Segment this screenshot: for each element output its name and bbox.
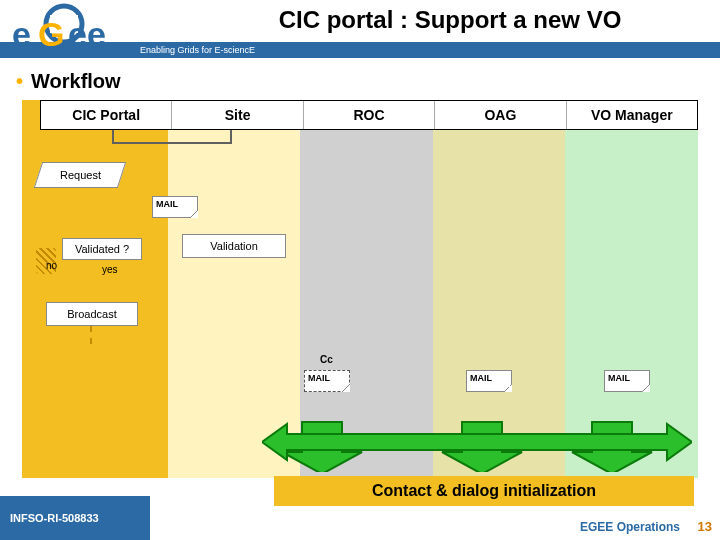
mail-note-oag: MAIL xyxy=(466,370,512,392)
footer-ref: INFSO-RI-508833 xyxy=(0,496,150,540)
connector xyxy=(112,142,232,144)
workflow-heading-text: Workflow xyxy=(31,70,121,92)
cc-label: Cc xyxy=(320,354,333,365)
lane-header-vomgr: VO Manager xyxy=(566,101,697,129)
broadcast-node: Broadcast xyxy=(46,302,138,326)
decision-yes-label: yes xyxy=(102,264,118,275)
bullet-icon: • xyxy=(16,70,23,92)
connector xyxy=(112,130,114,142)
decision-no-label: no xyxy=(46,260,57,271)
contact-arrows-icon xyxy=(262,392,692,472)
footer-ops: EGEE Operations xyxy=(580,520,680,534)
footer-page-number: 13 xyxy=(698,519,712,534)
page-title: CIC portal : Support a new VO xyxy=(180,6,720,40)
mail-note-roc: MAIL xyxy=(304,370,350,392)
mail-note-1: MAIL xyxy=(152,196,198,218)
lane-header-cic: CIC Portal xyxy=(41,101,171,129)
svg-text:e: e xyxy=(12,15,31,53)
lane-header-site: Site xyxy=(171,101,302,129)
workflow-heading: •Workflow xyxy=(16,70,121,93)
lane-header-bar: CIC Portal Site ROC OAG VO Manager xyxy=(40,100,698,130)
lane-header-oag: OAG xyxy=(434,101,565,129)
swimlane-diagram: CIC Portal Site ROC OAG VO Manager Reque… xyxy=(22,100,698,478)
request-node: Request xyxy=(34,162,126,188)
connector xyxy=(230,130,232,144)
svg-text:G: G xyxy=(38,15,64,53)
request-label: Request xyxy=(60,169,101,181)
footer: INFSO-RI-508833 EGEE Operations 13 xyxy=(0,496,720,540)
validated-decision: Validated ? xyxy=(62,238,142,260)
validation-node: Validation xyxy=(182,234,286,258)
header: CIC portal : Support a new VO Enabling G… xyxy=(0,0,720,58)
mail-note-vomgr: MAIL xyxy=(604,370,650,392)
svg-text:ee: ee xyxy=(68,15,106,53)
lane-header-roc: ROC xyxy=(303,101,434,129)
connector-dashed xyxy=(90,326,92,344)
lane-cic-portal xyxy=(22,100,168,478)
egee-logo: e G ee xyxy=(6,2,130,60)
